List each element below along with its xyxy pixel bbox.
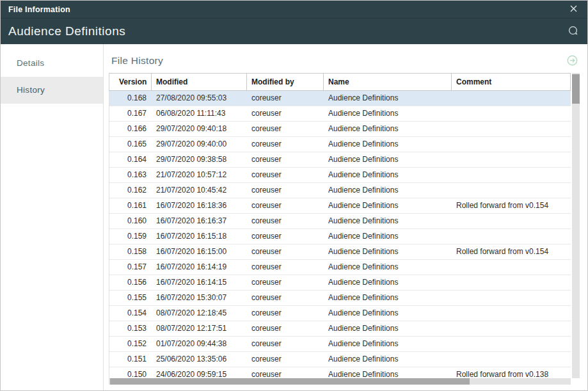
cell-name: Audience Definitions xyxy=(324,260,452,275)
cell-name: Audience Definitions xyxy=(324,122,452,136)
cell-comment: Rolled forward from v0.154 xyxy=(452,198,571,213)
cell-comment xyxy=(452,260,571,275)
table-row[interactable]: 0.153 08/07/2020 12:17:51 coreuser Audie… xyxy=(109,321,571,337)
table-row[interactable]: 0.155 16/07/2020 15:30:07 coreuser Audie… xyxy=(109,291,571,306)
column-header-version[interactable]: Version xyxy=(109,74,152,90)
cell-comment xyxy=(452,214,571,228)
table-row[interactable]: 0.166 29/07/2020 09:40:18 coreuser Audie… xyxy=(109,122,571,137)
cell-version: 0.165 xyxy=(109,137,152,152)
cell-version: 0.158 xyxy=(109,244,152,259)
cell-modified-by: coreuser xyxy=(247,152,324,167)
cell-name: Audience Definitions xyxy=(324,306,452,321)
column-header-modified-by[interactable]: Modified by xyxy=(247,74,324,90)
cell-modified-by: coreuser xyxy=(247,106,324,121)
circle-arrow-right-icon xyxy=(567,55,578,68)
dialog-title: File Information xyxy=(8,5,566,14)
cell-modified-by: coreuser xyxy=(247,291,324,305)
close-button[interactable] xyxy=(566,3,581,17)
cell-name: Audience Definitions xyxy=(324,137,452,152)
cell-modified: 16/07/2020 16:14:19 xyxy=(152,260,247,275)
cell-name: Audience Definitions xyxy=(324,198,452,213)
cell-modified-by: coreuser xyxy=(247,168,324,182)
cell-modified: 25/06/2020 13:35:06 xyxy=(152,352,247,367)
cell-modified: 06/08/2020 11:11:43 xyxy=(152,106,247,121)
table-row[interactable]: 0.168 27/08/2020 09:55:03 coreuser Audie… xyxy=(109,91,571,106)
sidebar-item-label: History xyxy=(17,85,45,95)
history-panel: File History Version Modified Modified b… xyxy=(104,44,587,390)
cell-comment xyxy=(452,321,571,336)
cell-name: Audience Definitions xyxy=(324,244,452,259)
sidebar-tabs: Details History xyxy=(1,44,104,390)
section-title: File History xyxy=(111,55,163,67)
cell-modified-by: coreuser xyxy=(247,244,324,259)
cell-comment xyxy=(452,337,571,351)
cell-modified-by: coreuser xyxy=(247,183,324,198)
cell-modified: 29/07/2020 09:40:18 xyxy=(152,122,247,136)
sidebar-item-label: Details xyxy=(17,58,44,68)
roll-forward-button[interactable] xyxy=(564,54,580,69)
horizontal-scrollbar-thumb[interactable] xyxy=(110,378,470,385)
cell-modified: 01/07/2020 09:44:38 xyxy=(152,337,247,351)
table-row[interactable]: 0.156 16/07/2020 16:14:15 coreuser Audie… xyxy=(109,275,571,291)
cell-name: Audience Definitions xyxy=(324,291,452,305)
sidebar-item-history[interactable]: History xyxy=(1,77,103,104)
cell-comment xyxy=(452,168,571,182)
cell-modified-by: coreuser xyxy=(247,137,324,152)
column-header-comment[interactable]: Comment xyxy=(452,74,571,90)
cell-modified-by: coreuser xyxy=(247,306,324,321)
cell-modified-by: coreuser xyxy=(247,229,324,244)
titlebar-row-top: File Information xyxy=(1,1,587,19)
cell-name: Audience Definitions xyxy=(324,91,452,106)
table-row[interactable]: 0.158 16/07/2020 16:15:00 coreuser Audie… xyxy=(109,244,571,260)
sidebar-item-details[interactable]: Details xyxy=(1,50,103,77)
column-header-modified[interactable]: Modified xyxy=(152,74,247,90)
table-row[interactable]: 0.154 08/07/2020 12:18:45 coreuser Audie… xyxy=(109,306,571,321)
table-row[interactable]: 0.159 16/07/2020 16:15:18 coreuser Audie… xyxy=(109,229,571,244)
cell-modified-by: coreuser xyxy=(247,352,324,367)
cell-modified-by: coreuser xyxy=(247,214,324,228)
close-icon xyxy=(569,4,578,15)
cell-comment xyxy=(452,229,571,244)
horizontal-scrollbar[interactable] xyxy=(109,378,571,385)
cell-modified: 29/07/2020 09:38:58 xyxy=(152,152,247,167)
cell-comment xyxy=(452,306,571,321)
cell-modified-by: coreuser xyxy=(247,122,324,136)
cell-comment xyxy=(452,122,571,136)
cell-version: 0.154 xyxy=(109,306,152,321)
cell-comment: Rolled forward from v0.154 xyxy=(452,244,571,259)
cell-modified: 21/07/2020 10:45:42 xyxy=(152,183,247,198)
cell-modified-by: coreuser xyxy=(247,198,324,213)
cell-modified: 08/07/2020 12:17:51 xyxy=(152,321,247,336)
cell-version: 0.166 xyxy=(109,122,152,136)
refresh-icon xyxy=(568,25,578,38)
vertical-scrollbar[interactable] xyxy=(572,73,580,378)
cell-modified: 16/07/2020 16:15:18 xyxy=(152,229,247,244)
cell-comment xyxy=(452,352,571,367)
cell-version: 0.162 xyxy=(109,183,152,198)
cell-name: Audience Definitions xyxy=(324,214,452,228)
table-row[interactable]: 0.165 29/07/2020 09:40:00 coreuser Audie… xyxy=(109,137,571,152)
cell-name: Audience Definitions xyxy=(324,275,452,290)
table-row[interactable]: 0.161 16/07/2020 16:18:36 coreuser Audie… xyxy=(109,198,571,214)
table-row[interactable]: 0.163 21/07/2020 10:57:12 coreuser Audie… xyxy=(109,168,571,183)
cell-name: Audience Definitions xyxy=(324,152,452,167)
cell-name: Audience Definitions xyxy=(324,337,452,351)
vertical-scrollbar-thumb[interactable] xyxy=(572,74,580,104)
cell-modified-by: coreuser xyxy=(247,321,324,336)
refresh-button[interactable] xyxy=(565,24,581,39)
table-row[interactable]: 0.167 06/08/2020 11:11:43 coreuser Audie… xyxy=(109,106,571,122)
table-row[interactable]: 0.162 21/07/2020 10:45:42 coreuser Audie… xyxy=(109,183,571,198)
file-information-dialog: File Information Audience Definitions xyxy=(0,0,588,391)
cell-modified: 16/07/2020 16:18:36 xyxy=(152,198,247,213)
cell-comment xyxy=(452,291,571,305)
cell-version: 0.151 xyxy=(109,352,152,367)
cell-version: 0.152 xyxy=(109,337,152,351)
cell-modified: 27/08/2020 09:55:03 xyxy=(152,91,247,106)
table-row[interactable]: 0.164 29/07/2020 09:38:58 coreuser Audie… xyxy=(109,152,571,168)
table-row[interactable]: 0.157 16/07/2020 16:14:19 coreuser Audie… xyxy=(109,260,571,275)
file-history-table: Version Modified Modified by Name Commen… xyxy=(109,73,580,385)
table-row[interactable]: 0.160 16/07/2020 16:16:37 coreuser Audie… xyxy=(109,214,571,229)
table-row[interactable]: 0.152 01/07/2020 09:44:38 coreuser Audie… xyxy=(109,337,571,352)
column-header-name[interactable]: Name xyxy=(324,74,452,90)
table-row[interactable]: 0.151 25/06/2020 13:35:06 coreuser Audie… xyxy=(109,352,571,367)
